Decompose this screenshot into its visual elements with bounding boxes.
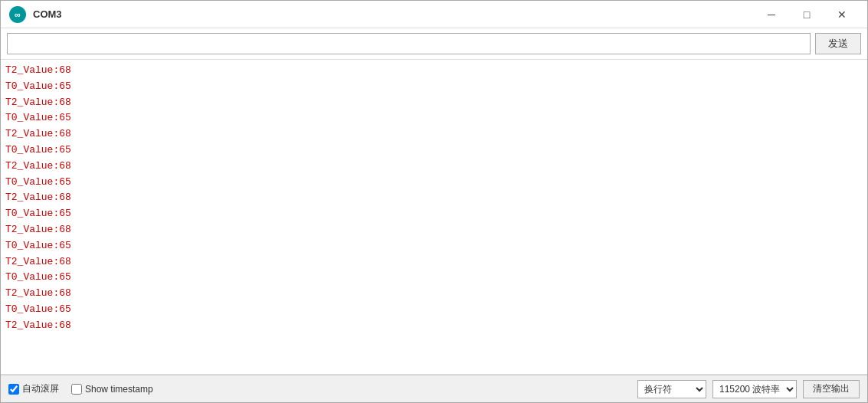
status-bar-right: 换行符 没有行结尾 回车 换行并回车 300 1200 2400 4800 96… [637,380,860,398]
baud-rate-select[interactable]: 300 1200 2400 4800 9600 19200 38400 5760… [712,380,797,398]
serial-line: T2_Value:68 [5,222,863,238]
serial-line: T0_Value:65 [5,175,863,191]
send-button[interactable]: 发送 [815,33,861,54]
clear-output-button[interactable]: 清空输出 [803,380,860,398]
serial-line: T2_Value:68 [5,63,863,79]
serial-line: T0_Value:65 [5,143,863,159]
status-bar: 自动滚屏 Show timestamp 换行符 没有行结尾 回车 换行并回车 3… [1,375,867,402]
newline-select[interactable]: 换行符 没有行结尾 回车 换行并回车 [637,380,706,398]
serial-line: T2_Value:68 [5,159,863,175]
serial-line: T2_Value:68 [5,286,863,302]
serial-line: T2_Value:68 [5,254,863,270]
show-timestamp-checkbox-label[interactable]: Show timestamp [71,384,153,395]
serial-line: T2_Value:68 [5,318,863,334]
window-title: COM3 [33,8,754,20]
serial-line: T0_Value:65 [5,270,863,286]
serial-line: T0_Value:65 [5,206,863,222]
serial-output[interactable]: T2_Value:68T0_Value:65T2_Value:68T0_Valu… [1,60,867,375]
maximize-button[interactable]: □ [789,3,824,26]
show-timestamp-checkbox[interactable] [71,384,82,395]
serial-line: T0_Value:65 [5,110,863,126]
svg-text:∞: ∞ [15,10,21,19]
close-button[interactable]: ✕ [824,3,860,26]
serial-line: T2_Value:68 [5,126,863,143]
input-row: 发送 [1,28,867,60]
show-timestamp-label: Show timestamp [85,384,153,395]
main-window: ∞ COM3 ─ □ ✕ 发送 T2_Value:68T0_Value:65T2… [0,0,868,403]
minimize-button[interactable]: ─ [754,3,789,26]
title-bar: ∞ COM3 ─ □ ✕ [1,1,867,28]
serial-line: T0_Value:65 [5,302,863,318]
serial-line: T0_Value:65 [5,238,863,254]
serial-line: T0_Value:65 [5,79,863,95]
serial-line: T2_Value:68 [5,95,863,111]
serial-input[interactable] [7,33,811,54]
auto-scroll-checkbox[interactable] [8,384,19,395]
auto-scroll-label: 自动滚屏 [22,382,59,395]
arduino-logo-icon: ∞ [8,5,27,24]
serial-line: T2_Value:68 [5,190,863,206]
auto-scroll-checkbox-label[interactable]: 自动滚屏 [8,382,59,395]
window-controls: ─ □ ✕ [754,3,860,26]
